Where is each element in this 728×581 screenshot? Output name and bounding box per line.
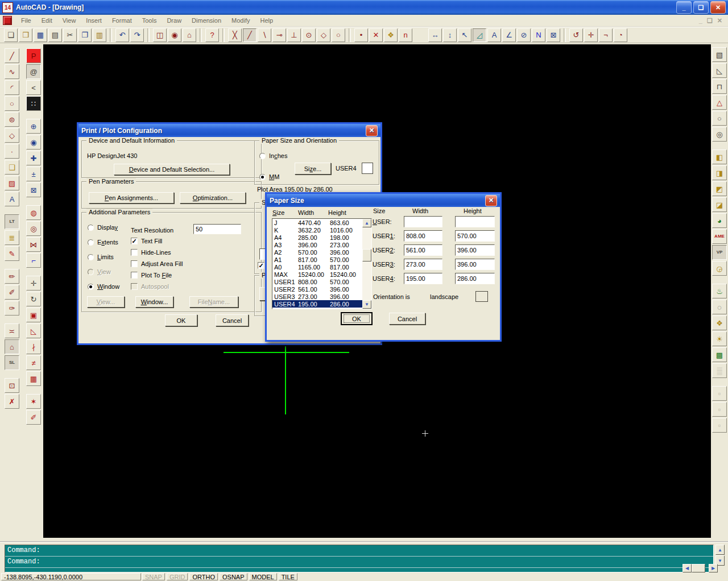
- tracking-button[interactable]: ╳: [228, 28, 242, 42]
- dim-radius-button[interactable]: ⊘: [517, 28, 531, 42]
- text-tool-button[interactable]: A: [5, 192, 19, 206]
- zoom-extents-button[interactable]: ⊠: [26, 182, 41, 197]
- window-radio-circle[interactable]: [88, 284, 94, 290]
- limits-radio[interactable]: Limits: [88, 254, 119, 260]
- subtract-tool-button[interactable]: ◨: [712, 165, 727, 180]
- add-selection-button[interactable]: ✛: [584, 28, 598, 42]
- pan-button[interactable]: ✚: [26, 151, 41, 165]
- paper-size-row-k[interactable]: K3632.201016.00: [272, 226, 362, 234]
- extents-radio[interactable]: Extents: [88, 239, 119, 246]
- limits-radio-circle[interactable]: [88, 254, 94, 260]
- snap-perpendicular-button[interactable]: ⊥: [287, 28, 301, 42]
- paper-size-row-a3[interactable]: A3396.00273.00: [272, 241, 362, 248]
- remove-selection-button[interactable]: ¬: [599, 28, 613, 42]
- polyline-tool-button[interactable]: ∿: [5, 64, 19, 79]
- adjust-area-fill-checkbox-box[interactable]: [131, 260, 138, 267]
- window-radio[interactable]: Window: [88, 283, 119, 290]
- zoom-dynamic-button[interactable]: ◉: [26, 135, 41, 150]
- stretch-tool-button[interactable]: ◺: [26, 323, 41, 338]
- grid-toggle[interactable]: GRID: [167, 573, 188, 580]
- match-properties-button[interactable]: ✎: [5, 246, 19, 261]
- intersect-tool-button[interactable]: ◩: [712, 181, 727, 196]
- extents-radio-circle[interactable]: [88, 239, 94, 246]
- donut-tool-button[interactable]: ◍: [26, 205, 41, 220]
- text-fill-checkbox[interactable]: ✓Text Fill: [131, 238, 183, 244]
- user-width-input[interactable]: [404, 216, 442, 227]
- edit-spline-button[interactable]: ✐: [5, 285, 19, 300]
- optimization-button[interactable]: Optimization...: [180, 192, 246, 204]
- snap-toggle[interactable]: SNAP: [142, 573, 165, 580]
- menu-view[interactable]: View: [57, 16, 81, 25]
- box-3d-tool-button[interactable]: ▧: [712, 47, 727, 62]
- restore-button[interactable]: ❏: [693, 1, 709, 14]
- ame-convert-button[interactable]: AME: [712, 229, 727, 244]
- edit-attribute-button[interactable]: ✑: [5, 301, 19, 316]
- open-file-button[interactable]: ❒: [19, 28, 32, 42]
- rotate-tool-button[interactable]: ↻: [26, 292, 41, 306]
- minimize-button[interactable]: _: [676, 1, 692, 14]
- command-vertical-scrollbar[interactable]: ▲ ▼: [715, 545, 725, 566]
- render-button[interactable]: ♨: [712, 284, 727, 298]
- hatch-tool-button[interactable]: ▨: [5, 176, 19, 190]
- command-console[interactable]: Command:Command:: [5, 545, 714, 572]
- fillet-tool-button[interactable]: ⌐: [26, 253, 41, 268]
- snap-endpoint-button[interactable]: ∖: [258, 28, 271, 42]
- point-filter-button[interactable]: P: [26, 48, 41, 63]
- menu-modify[interactable]: Modify: [226, 16, 255, 25]
- user3-height-input[interactable]: [455, 259, 495, 270]
- layers-button[interactable]: ≣: [5, 230, 19, 245]
- plot-to-file-checkbox-box[interactable]: [131, 272, 138, 279]
- pen-assignments-button[interactable]: Pen Assignments...: [89, 192, 174, 204]
- torus-tool-button[interactable]: ◎: [712, 127, 727, 142]
- sphere-tool-button[interactable]: ○: [712, 111, 727, 126]
- lights-button[interactable]: ☀: [712, 331, 727, 346]
- print-button[interactable]: ▤: [48, 28, 62, 42]
- display-radio-circle[interactable]: [88, 225, 94, 231]
- measure-button[interactable]: ≍: [5, 323, 19, 338]
- linetype-button[interactable]: LT: [5, 214, 19, 229]
- plot-cancel-button[interactable]: Cancel: [216, 314, 249, 326]
- undo-button[interactable]: ↶: [115, 28, 129, 42]
- osnap-toggle[interactable]: OSNAP: [220, 573, 247, 580]
- launch-browser-button[interactable]: ◉: [168, 28, 181, 42]
- user1-height-input[interactable]: [455, 230, 495, 242]
- plot-to-file-checkbox[interactable]: Plot To File: [131, 272, 183, 279]
- paper-dialog-close-icon[interactable]: ✕: [485, 195, 497, 206]
- wedge-tool-button[interactable]: ◺: [712, 63, 727, 78]
- menu-edit[interactable]: Edit: [36, 16, 57, 25]
- scale-tool-button[interactable]: ▣: [26, 308, 41, 322]
- array-tool-button[interactable]: ▦: [26, 371, 41, 386]
- inches-radio-circle[interactable]: [259, 153, 266, 159]
- paste-button[interactable]: ▥: [93, 28, 106, 42]
- scroll-up-icon[interactable]: ▲: [362, 219, 371, 227]
- inches-radio[interactable]: Inches: [259, 152, 287, 159]
- copy-button[interactable]: ❐: [78, 28, 92, 42]
- redo-button[interactable]: ↷: [130, 28, 144, 42]
- dim-vertical-button[interactable]: ↕: [443, 28, 457, 42]
- mm-radio[interactable]: MM: [259, 173, 279, 180]
- dim-leader-button[interactable]: ↖: [458, 28, 471, 42]
- paper-ok-button[interactable]: OK: [341, 313, 372, 325]
- paper-size-row-user4[interactable]: USER4195.00286.00: [272, 300, 362, 308]
- user4-width-input[interactable]: [404, 273, 442, 284]
- point-tool-button[interactable]: ∙: [5, 144, 19, 159]
- save-button[interactable]: ▦: [34, 28, 47, 42]
- menu-file[interactable]: File: [16, 16, 36, 25]
- region-button[interactable]: ⊡: [5, 378, 19, 393]
- snap-node-button[interactable]: •: [354, 28, 368, 42]
- ellipse-tool-button[interactable]: ⊜: [5, 112, 19, 127]
- paper-size-row-a0[interactable]: A01165.00817.00: [272, 263, 362, 271]
- snap-quadrant-button[interactable]: ◇: [317, 28, 330, 42]
- size-button[interactable]: Size...: [295, 163, 331, 175]
- menu-insert[interactable]: Insert: [81, 16, 107, 25]
- erase-tool-button[interactable]: ✐: [26, 410, 41, 425]
- plot-dialog-close-icon[interactable]: ✕: [366, 125, 378, 136]
- paper-size-list-scrollbar[interactable]: ▲ ▼: [362, 219, 371, 309]
- menu-dimension[interactable]: Dimension: [187, 16, 226, 25]
- text-fill-checkbox-box[interactable]: ✓: [131, 238, 138, 244]
- help-button[interactable]: ?: [205, 28, 219, 42]
- selection-filter-button[interactable]: ◔: [614, 28, 627, 42]
- snap-center-button[interactable]: ⊙: [302, 28, 316, 42]
- extend-tool-button[interactable]: ≠: [26, 355, 41, 370]
- slice-button[interactable]: SL: [5, 355, 19, 370]
